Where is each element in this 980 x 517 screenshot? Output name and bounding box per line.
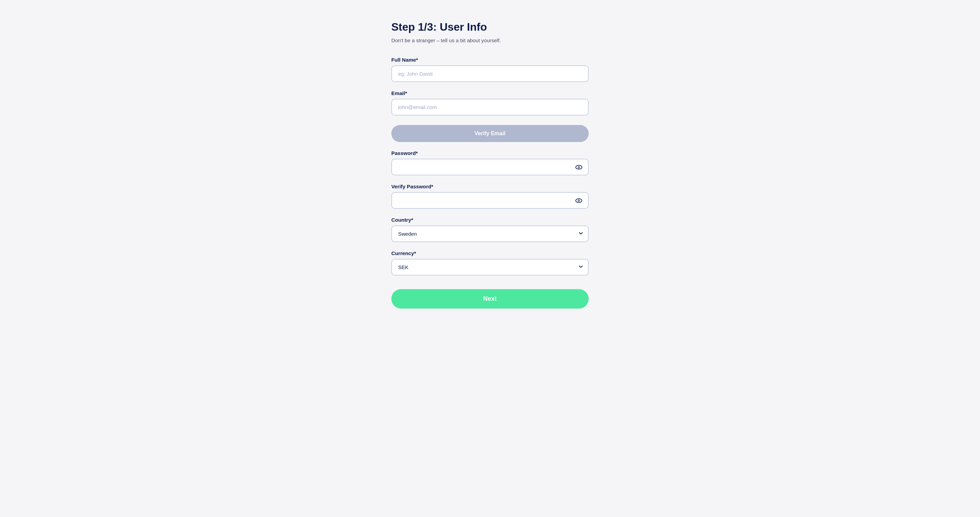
- country-select-wrapper: Sweden United States United Kingdom Germ…: [391, 225, 589, 242]
- verify-password-wrapper: [391, 192, 589, 209]
- currency-select[interactable]: SEK USD EUR GBP NOK DKK: [391, 259, 589, 276]
- country-label: Country*: [391, 217, 589, 223]
- currency-select-wrapper: SEK USD EUR GBP NOK DKK: [391, 259, 589, 276]
- verify-password-toggle-icon[interactable]: [574, 195, 584, 206]
- page-subtitle: Don't be a stranger – tell us a bit abou…: [391, 37, 589, 45]
- currency-label: Currency*: [391, 251, 589, 256]
- password-wrapper: [391, 159, 589, 176]
- verify-email-group: Verify Email: [391, 124, 589, 142]
- verify-password-input[interactable]: [391, 192, 589, 209]
- page-title: Step 1/3: User Info: [391, 21, 589, 34]
- email-label: Email*: [391, 90, 589, 96]
- password-input[interactable]: [391, 159, 589, 176]
- country-select[interactable]: Sweden United States United Kingdom Germ…: [391, 225, 589, 242]
- full-name-label: Full Name*: [391, 57, 589, 63]
- verify-password-group: Verify Password*: [391, 184, 589, 209]
- form-container: Step 1/3: User Info Don't be a stranger …: [391, 14, 589, 329]
- full-name-input[interactable]: [391, 65, 589, 82]
- email-input[interactable]: [391, 99, 589, 115]
- currency-group: Currency* SEK USD EUR GBP NOK DKK: [391, 251, 589, 276]
- svg-point-5: [579, 200, 579, 201]
- next-button[interactable]: Next: [391, 289, 589, 309]
- svg-point-2: [579, 166, 579, 168]
- verify-email-button[interactable]: Verify Email: [391, 125, 589, 142]
- country-group: Country* Sweden United States United Kin…: [391, 217, 589, 242]
- password-label: Password*: [391, 150, 589, 156]
- email-group: Email*: [391, 90, 589, 115]
- password-group: Password*: [391, 150, 589, 176]
- full-name-group: Full Name*: [391, 57, 589, 82]
- verify-password-label: Verify Password*: [391, 184, 589, 189]
- password-toggle-icon[interactable]: [574, 162, 584, 172]
